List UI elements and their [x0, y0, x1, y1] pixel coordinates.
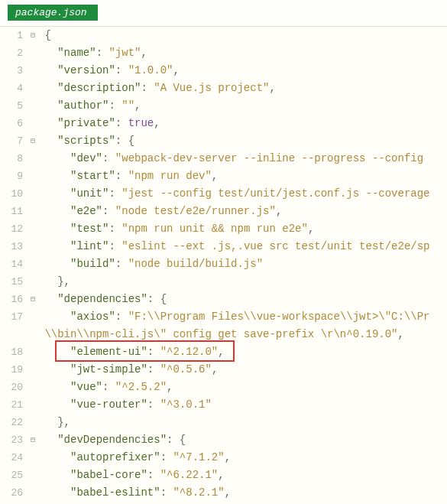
json-key: "axios": [70, 311, 115, 323]
code-line: "name": "jwt",: [38, 44, 447, 62]
fold-toggle-icon[interactable]: ⊟: [28, 291, 38, 308]
line-number: 2: [0, 44, 23, 62]
fold-toggle-icon[interactable]: ⊟: [28, 27, 38, 44]
code-line: "scripts": {: [38, 132, 447, 150]
code-line: "e2e": "node test/e2e/runner.js",: [38, 203, 447, 220]
code-line: "autoprefixer": "^7.1.2",: [38, 449, 447, 467]
json-key: "devDependencies": [57, 434, 167, 446]
json-key: "vue": [70, 381, 102, 393]
line-number: 25: [0, 467, 23, 484]
json-value: "F:\\Program Files\\vue-workspace\\jwt>\…: [128, 311, 430, 323]
code-line: "build": "node build/build.js": [38, 255, 447, 273]
json-value: true: [128, 117, 154, 129]
code-line: "start": "npm run dev",: [38, 167, 447, 185]
fold-toggle-icon[interactable]: ⊟: [28, 132, 38, 150]
code-line: "babel-eslint": "^8.2.1",: [38, 484, 447, 502]
json-value: "node test/e2e/runner.js": [115, 205, 276, 217]
json-value: "npm run dev": [128, 170, 212, 182]
json-value: "webpack-dev-server --inline --progress …: [115, 152, 430, 164]
line-number: 6: [0, 115, 23, 132]
code-line: "dev": "webpack-dev-server --inline --pr…: [38, 150, 447, 167]
json-value: "A Vue.js project": [154, 82, 269, 94]
file-tab[interactable]: package.json: [8, 5, 98, 21]
json-value: "^8.2.1": [173, 486, 224, 499]
line-number: 21: [0, 396, 23, 414]
json-value: "^2.5.2": [115, 381, 167, 393]
line-number: 18: [0, 343, 23, 361]
code-line: "element-ui": "^2.12.0",: [38, 343, 447, 361]
code-line: "axios": "F:\\Program Files\\vue-workspa…: [38, 308, 447, 326]
brace-open: {: [44, 29, 50, 41]
json-key: "name": [57, 47, 96, 59]
json-value: "eslint --ext .js,.vue src test/unit tes…: [121, 240, 429, 252]
json-key: "babel-core": [70, 469, 147, 481]
line-number: 5: [0, 97, 23, 115]
line-number: 10: [0, 185, 23, 203]
brace-close: },: [57, 416, 70, 428]
line-number: 19: [0, 361, 23, 379]
line-number: 4: [0, 80, 23, 97]
code-line: "author": "",: [38, 97, 447, 115]
json-key: "element-ui": [70, 346, 147, 358]
json-value: "jest --config test/unit/jest.conf.js --…: [121, 187, 429, 200]
json-key: "jwt-simple": [70, 363, 147, 376]
json-value: "": [121, 99, 134, 112]
json-key: "test": [70, 223, 109, 235]
code-line: "vue": "^2.5.2",: [38, 379, 447, 396]
line-number: 8: [0, 150, 23, 167]
json-value: "1.0.0": [128, 64, 173, 76]
file-tab-label: package.json: [15, 7, 87, 18]
code-line: "test": "npm run unit && npm run e2e",: [38, 220, 447, 238]
json-key: "vue-router": [70, 398, 147, 411]
code-line: "lint": "eslint --ext .js,.vue src test/…: [38, 238, 447, 255]
line-number: 20: [0, 379, 23, 396]
code-content[interactable]: { "name": "jwt", "version": "1.0.0", "de…: [38, 27, 447, 504]
code-line: \\bin\\npm-cli.js\" config get save-pref…: [38, 326, 447, 343]
json-value-continuation: \\bin\\npm-cli.js\" config get save-pref…: [44, 328, 397, 340]
json-key: "author": [57, 99, 109, 112]
line-number: 11: [0, 203, 23, 220]
code-line: "version": "1.0.0",: [38, 62, 447, 80]
json-key: "unit": [70, 187, 109, 200]
line-number: 9: [0, 167, 23, 185]
json-key: "dev": [70, 152, 102, 164]
brace-close: },: [57, 275, 70, 288]
json-key: "description": [57, 82, 141, 94]
json-value: "npm run unit && npm run e2e": [121, 223, 308, 235]
line-number: 24: [0, 449, 23, 467]
line-number: 22: [0, 414, 23, 431]
line-number: 15: [0, 273, 23, 291]
json-key: "version": [57, 64, 115, 76]
line-number: 23: [0, 431, 23, 449]
code-line: },: [38, 414, 447, 431]
json-value: "^6.22.1": [160, 469, 219, 481]
code-line: "description": "A Vue.js project",: [38, 80, 447, 97]
json-key: "dependencies": [57, 293, 147, 305]
json-key: "start": [70, 170, 115, 182]
line-number: 12: [0, 220, 23, 238]
line-number: 1: [0, 27, 23, 44]
json-key: "scripts": [57, 135, 115, 147]
line-number: 16: [0, 291, 23, 308]
fold-toggle-icon[interactable]: ⊟: [28, 431, 38, 449]
fold-gutter: ⊟ ⊟ ⊟ ⊟: [28, 27, 38, 504]
json-value: "^7.1.2": [173, 451, 224, 463]
json-key: "e2e": [70, 205, 102, 217]
line-number-gutter: 1 2 3 4 5 6 7 8 9 10 11 12 13 14 15 16 1…: [0, 27, 28, 504]
line-number: 13: [0, 238, 23, 255]
line-number: 17: [0, 308, 23, 326]
line-number: 14: [0, 255, 23, 273]
json-value: "jwt": [109, 47, 141, 59]
json-value: "^3.0.1": [160, 398, 212, 411]
code-line: "vue-router": "^3.0.1": [38, 396, 447, 414]
json-value: "node build/build.js": [128, 258, 263, 270]
json-value: "^0.5.6": [160, 363, 212, 376]
json-key: "autoprefixer": [70, 451, 160, 463]
code-line: "dependencies": {: [38, 291, 447, 308]
code-editor: 1 2 3 4 5 6 7 8 9 10 11 12 13 14 15 16 1…: [0, 26, 447, 504]
code-line: "unit": "jest --config test/unit/jest.co…: [38, 185, 447, 203]
code-line: "private": true,: [38, 115, 447, 132]
json-value: "^2.12.0": [160, 346, 219, 358]
json-key: "babel-eslint": [70, 486, 160, 499]
line-number: 7: [0, 132, 23, 150]
